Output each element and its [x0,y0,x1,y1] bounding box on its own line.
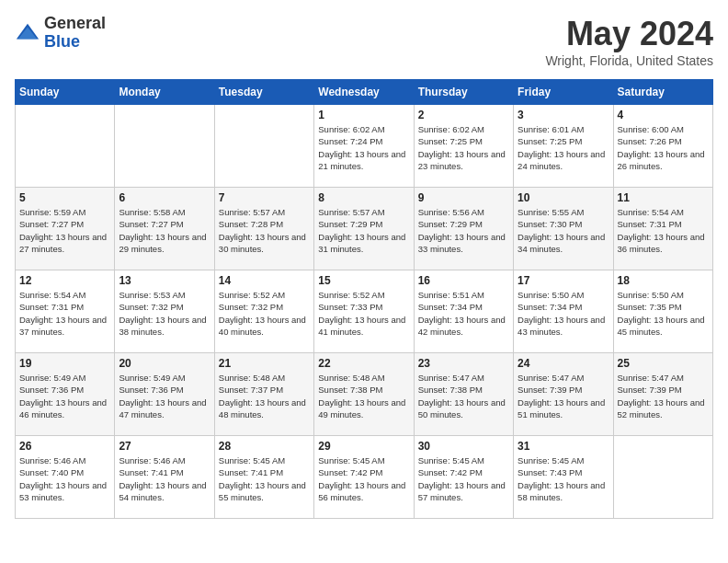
day-info: Sunrise: 5:46 AM Sunset: 7:41 PM Dayligh… [119,454,210,503]
day-info: Sunrise: 6:00 AM Sunset: 7:26 PM Dayligh… [618,123,709,172]
calendar-cell: 16Sunrise: 5:51 AM Sunset: 7:34 PM Dayli… [414,270,513,353]
day-number: 10 [518,191,609,204]
calendar-cell: 27Sunrise: 5:46 AM Sunset: 7:41 PM Dayli… [115,436,214,519]
day-info: Sunrise: 5:46 AM Sunset: 7:40 PM Dayligh… [19,454,110,503]
day-number: 16 [418,274,509,287]
logo-blue: Blue [44,33,106,52]
day-info: Sunrise: 5:45 AM Sunset: 7:42 PM Dayligh… [318,454,409,503]
calendar-cell: 1Sunrise: 6:02 AM Sunset: 7:24 PM Daylig… [314,105,414,188]
month-title: May 2024 [545,15,713,53]
calendar-cell: 29Sunrise: 5:45 AM Sunset: 7:42 PM Dayli… [314,436,414,519]
calendar-cell: 3Sunrise: 6:01 AM Sunset: 7:25 PM Daylig… [514,105,613,188]
day-number: 31 [518,440,609,453]
weekday-header: Monday [115,80,214,105]
calendar-cell: 20Sunrise: 5:49 AM Sunset: 7:36 PM Dayli… [115,353,214,436]
location: Wright, Florida, United States [545,53,713,68]
calendar-week-row: 5Sunrise: 5:59 AM Sunset: 7:27 PM Daylig… [16,188,713,270]
day-info: Sunrise: 5:54 AM Sunset: 7:31 PM Dayligh… [618,206,709,255]
calendar-cell: 19Sunrise: 5:49 AM Sunset: 7:36 PM Dayli… [16,353,115,436]
day-number: 8 [318,191,409,204]
calendar-cell: 4Sunrise: 6:00 AM Sunset: 7:26 PM Daylig… [613,105,712,188]
calendar-cell: 23Sunrise: 5:47 AM Sunset: 7:38 PM Dayli… [414,353,513,436]
calendar-cell: 10Sunrise: 5:55 AM Sunset: 7:30 PM Dayli… [514,188,613,270]
day-number: 6 [119,191,210,204]
calendar-table: SundayMondayTuesdayWednesdayThursdayFrid… [15,79,713,519]
day-info: Sunrise: 5:53 AM Sunset: 7:32 PM Dayligh… [119,289,210,338]
day-info: Sunrise: 5:52 AM Sunset: 7:33 PM Dayligh… [318,289,409,338]
calendar-header: SundayMondayTuesdayWednesdayThursdayFrid… [16,80,713,105]
day-info: Sunrise: 5:47 AM Sunset: 7:38 PM Dayligh… [418,372,509,420]
weekday-header: Friday [514,80,613,105]
day-info: Sunrise: 6:01 AM Sunset: 7:25 PM Dayligh… [518,123,609,172]
day-number: 25 [618,357,709,370]
calendar-cell: 28Sunrise: 5:45 AM Sunset: 7:41 PM Dayli… [214,436,313,519]
calendar-week-row: 26Sunrise: 5:46 AM Sunset: 7:40 PM Dayli… [16,436,713,519]
calendar-cell [214,105,313,188]
calendar-week-row: 1Sunrise: 6:02 AM Sunset: 7:24 PM Daylig… [16,105,713,188]
day-info: Sunrise: 5:52 AM Sunset: 7:32 PM Dayligh… [219,289,310,338]
day-number: 15 [318,274,409,287]
calendar-cell: 22Sunrise: 5:48 AM Sunset: 7:38 PM Dayli… [314,353,414,436]
calendar-body: 1Sunrise: 6:02 AM Sunset: 7:24 PM Daylig… [16,105,713,519]
day-number: 23 [418,357,509,370]
day-info: Sunrise: 5:57 AM Sunset: 7:29 PM Dayligh… [318,206,409,255]
day-info: Sunrise: 6:02 AM Sunset: 7:24 PM Dayligh… [318,123,409,172]
day-number: 21 [219,357,310,370]
day-number: 30 [418,440,509,453]
day-number: 27 [119,440,210,453]
calendar-cell: 8Sunrise: 5:57 AM Sunset: 7:29 PM Daylig… [314,188,414,270]
logo-icon [15,20,40,46]
day-number: 17 [518,274,609,287]
weekday-header: Saturday [613,80,712,105]
title-section: May 2024 Wright, Florida, United States [545,15,713,68]
day-number: 3 [518,109,609,121]
calendar-cell [16,105,115,188]
day-number: 22 [318,357,409,370]
day-info: Sunrise: 5:55 AM Sunset: 7:30 PM Dayligh… [518,206,609,255]
calendar-cell: 9Sunrise: 5:56 AM Sunset: 7:29 PM Daylig… [414,188,513,270]
logo-general: General [44,15,106,33]
day-number: 24 [518,357,609,370]
calendar-cell: 17Sunrise: 5:50 AM Sunset: 7:34 PM Dayli… [514,270,613,353]
calendar-cell: 30Sunrise: 5:45 AM Sunset: 7:42 PM Dayli… [414,436,513,519]
day-info: Sunrise: 5:45 AM Sunset: 7:43 PM Dayligh… [518,454,609,503]
weekday-header-row: SundayMondayTuesdayWednesdayThursdayFrid… [16,80,713,105]
day-info: Sunrise: 5:45 AM Sunset: 7:42 PM Dayligh… [418,454,509,503]
calendar-cell: 11Sunrise: 5:54 AM Sunset: 7:31 PM Dayli… [613,188,712,270]
calendar-cell: 15Sunrise: 5:52 AM Sunset: 7:33 PM Dayli… [314,270,414,353]
day-info: Sunrise: 5:57 AM Sunset: 7:28 PM Dayligh… [219,206,310,255]
day-info: Sunrise: 5:45 AM Sunset: 7:41 PM Dayligh… [219,454,310,503]
day-info: Sunrise: 5:47 AM Sunset: 7:39 PM Dayligh… [518,372,609,420]
day-info: Sunrise: 5:54 AM Sunset: 7:31 PM Dayligh… [19,289,110,338]
day-number: 19 [19,357,110,370]
day-info: Sunrise: 5:50 AM Sunset: 7:34 PM Dayligh… [518,289,609,338]
day-number: 11 [618,191,709,204]
day-info: Sunrise: 5:49 AM Sunset: 7:36 PM Dayligh… [19,372,110,420]
calendar-cell: 25Sunrise: 5:47 AM Sunset: 7:39 PM Dayli… [613,353,712,436]
calendar-cell: 5Sunrise: 5:59 AM Sunset: 7:27 PM Daylig… [16,188,115,270]
calendar-cell: 7Sunrise: 5:57 AM Sunset: 7:28 PM Daylig… [214,188,313,270]
day-info: Sunrise: 5:48 AM Sunset: 7:37 PM Dayligh… [219,372,310,420]
day-info: Sunrise: 5:48 AM Sunset: 7:38 PM Dayligh… [318,372,409,420]
calendar-cell: 18Sunrise: 5:50 AM Sunset: 7:35 PM Dayli… [613,270,712,353]
day-info: Sunrise: 6:02 AM Sunset: 7:25 PM Dayligh… [418,123,509,172]
day-info: Sunrise: 5:58 AM Sunset: 7:27 PM Dayligh… [119,206,210,255]
day-number: 13 [119,274,210,287]
day-info: Sunrise: 5:50 AM Sunset: 7:35 PM Dayligh… [618,289,709,338]
weekday-header: Wednesday [314,80,414,105]
day-info: Sunrise: 5:47 AM Sunset: 7:39 PM Dayligh… [618,372,709,420]
weekday-header: Thursday [414,80,513,105]
day-number: 26 [19,440,110,453]
day-number: 29 [318,440,409,453]
calendar-cell: 12Sunrise: 5:54 AM Sunset: 7:31 PM Dayli… [16,270,115,353]
logo-text: General Blue [44,15,106,52]
calendar-cell: 2Sunrise: 6:02 AM Sunset: 7:25 PM Daylig… [414,105,513,188]
calendar-cell: 24Sunrise: 5:47 AM Sunset: 7:39 PM Dayli… [514,353,613,436]
day-number: 4 [618,109,709,121]
day-number: 14 [219,274,310,287]
calendar-cell: 31Sunrise: 5:45 AM Sunset: 7:43 PM Dayli… [514,436,613,519]
page-header: General Blue May 2024 Wright, Florida, U… [15,15,713,68]
day-number: 2 [418,109,509,121]
calendar-cell: 14Sunrise: 5:52 AM Sunset: 7:32 PM Dayli… [214,270,313,353]
day-number: 12 [19,274,110,287]
